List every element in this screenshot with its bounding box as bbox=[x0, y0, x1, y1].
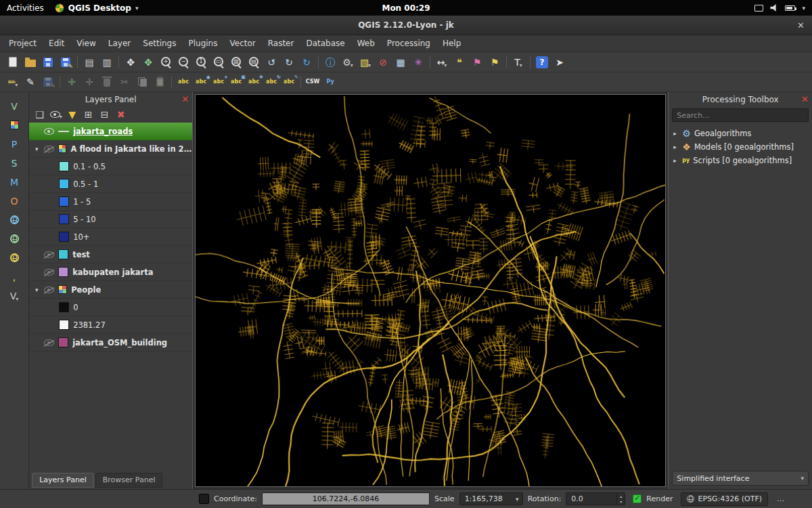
zoom-full-button[interactable]: ▭ bbox=[210, 54, 227, 70]
display-icon[interactable] bbox=[754, 5, 763, 12]
add-wfs-layer-button[interactable] bbox=[5, 249, 24, 266]
activities-button[interactable]: Activities bbox=[7, 3, 44, 13]
identify-features-button[interactable]: ⓘ bbox=[321, 54, 339, 70]
new-print-composer-button[interactable]: ▤ bbox=[81, 54, 98, 70]
interface-mode-select[interactable]: Simplified interface ▾ bbox=[672, 471, 809, 486]
select-by-expression-button[interactable]: ✳ bbox=[409, 54, 427, 70]
toggle-extents-icon[interactable] bbox=[199, 494, 209, 504]
delete-selected-button[interactable] bbox=[98, 74, 116, 90]
map-canvas[interactable] bbox=[195, 94, 666, 487]
add-raster-layer-button[interactable] bbox=[5, 117, 24, 133]
layer-row-0[interactable]: 0 bbox=[29, 299, 192, 316]
app-menu[interactable]: QGIS Desktop ▾ bbox=[55, 3, 139, 13]
panel-tab-browser-panel[interactable]: Browser Panel bbox=[95, 473, 163, 488]
measure-button[interactable]: ↔▾ bbox=[433, 54, 451, 70]
add-delimited-text-layer-button[interactable]: , bbox=[5, 268, 24, 285]
expand-all-button[interactable]: ⊞ bbox=[81, 108, 96, 122]
metasearch-csw-button[interactable]: CSW bbox=[304, 74, 321, 90]
layer-row-5-10[interactable]: 5 - 10 bbox=[29, 211, 192, 228]
layer-row-10[interactable]: 10+ bbox=[29, 228, 192, 246]
rotate-label-button[interactable]: abc bbox=[263, 74, 280, 90]
show-hide-labels-button[interactable]: abc bbox=[192, 74, 210, 90]
composer-manager-button[interactable]: ▥ bbox=[98, 54, 116, 70]
menu-settings[interactable]: Settings bbox=[137, 37, 182, 50]
remove-layer-button[interactable]: ✖ bbox=[113, 108, 129, 122]
zoom-out-button[interactable]: − bbox=[175, 54, 192, 70]
pan-map-button[interactable]: ✥ bbox=[122, 54, 139, 70]
zoom-in-button[interactable]: + bbox=[157, 54, 175, 70]
scale-combo[interactable]: 1:165,738 ▾ bbox=[459, 492, 523, 505]
menu-edit[interactable]: Edit bbox=[43, 37, 70, 50]
window-close-button[interactable] bbox=[797, 20, 805, 30]
new-layer-button[interactable]: V▾ bbox=[5, 287, 24, 304]
menu-web[interactable]: Web bbox=[351, 37, 381, 50]
crs-button[interactable]: EPSG:4326 (OTF) bbox=[681, 492, 769, 506]
coordinate-input[interactable]: 106.7224,-6.0846 bbox=[262, 492, 430, 505]
text-annotation-button[interactable]: T▾ bbox=[510, 54, 527, 70]
messages-button[interactable]: … bbox=[777, 494, 785, 503]
map-refresh-button[interactable]: ↻ bbox=[298, 54, 315, 70]
layer-row-test[interactable]: test bbox=[29, 246, 192, 263]
expand-arrow-icon[interactable]: ▸ bbox=[673, 157, 679, 164]
menu-plugins[interactable]: Plugins bbox=[182, 37, 223, 50]
add-group-button[interactable]: ❑ bbox=[32, 108, 47, 122]
menu-processing[interactable]: Processing bbox=[381, 37, 436, 50]
filter-legend-button[interactable]: ▼ bbox=[64, 108, 80, 122]
processing-toolbox-close-button[interactable] bbox=[801, 94, 809, 104]
spinner-arrows-icon[interactable]: ▴▾ bbox=[616, 494, 625, 505]
menu-database[interactable]: Database bbox=[300, 37, 351, 50]
layer-row-2381-27[interactable]: 2381.27 bbox=[29, 316, 192, 334]
battery-icon[interactable] bbox=[785, 5, 795, 11]
rotation-spinner[interactable]: 0.0 ▴▾ bbox=[566, 492, 625, 505]
chevron-down-icon[interactable]: ▾ bbox=[802, 5, 805, 12]
change-label-button[interactable]: abc bbox=[280, 74, 298, 90]
render-checkbox[interactable] bbox=[633, 494, 641, 503]
layer-row-people[interactable]: ▾People bbox=[29, 281, 192, 299]
layer-row-0-1-0-5[interactable]: 0.1 - 0.5 bbox=[29, 158, 192, 175]
menu-view[interactable]: View bbox=[70, 37, 102, 50]
toolbox-item-scripts-0-geoalgorithms[interactable]: ▸pyScripts [0 geoalgorithms] bbox=[669, 154, 812, 167]
add-wcs-layer-button[interactable] bbox=[5, 230, 24, 247]
cut-features-button[interactable]: ✂ bbox=[116, 74, 133, 90]
expand-arrow-icon[interactable]: ▸ bbox=[673, 130, 679, 137]
node-tool-button[interactable]: ✛ bbox=[81, 74, 98, 90]
open-attribute-table-button[interactable]: ▦ bbox=[392, 54, 409, 70]
zoom-to-selection-button[interactable]: ▧ bbox=[227, 54, 245, 70]
layer-row-jakarta-roads[interactable]: jakarta_roads bbox=[29, 123, 192, 140]
add-oracle-layer-button[interactable]: O bbox=[5, 192, 24, 209]
collapse-all-button[interactable]: ⊟ bbox=[97, 108, 112, 122]
whats-this-button[interactable]: ➤ bbox=[551, 54, 568, 70]
pin-labels-button[interactable]: abc bbox=[210, 74, 227, 90]
toolbox-item-models-0-geoalgorithms[interactable]: ▸❖Models [0 geoalgorithms] bbox=[669, 140, 812, 154]
highlight-labels-button[interactable]: abc bbox=[227, 74, 245, 90]
run-feature-action-button[interactable]: ⚙▾ bbox=[339, 54, 357, 70]
save-layer-edits-button[interactable]: ✎ bbox=[39, 74, 57, 90]
layer-row-a-flood-in-jakarta-like-in-2007[interactable]: ▾A flood in Jakarta like in 2007 bbox=[29, 140, 192, 158]
add-postgis-layer-button[interactable]: P bbox=[5, 135, 24, 152]
help-contents-button[interactable]: ? bbox=[533, 54, 551, 70]
add-feature-button[interactable]: ✚ bbox=[63, 74, 81, 90]
zoom-to-layer-button[interactable]: ▤ bbox=[245, 54, 263, 70]
toolbox-item-geoalgorithms[interactable]: ▸⚙Geoalgorithms bbox=[669, 127, 812, 140]
show-bookmarks-button[interactable]: ⚑ bbox=[486, 54, 503, 70]
layer-row-kabupaten-jakarta[interactable]: kabupaten jakarta bbox=[29, 263, 192, 281]
open-project-button[interactable] bbox=[22, 54, 39, 70]
copy-features-button[interactable] bbox=[133, 74, 151, 90]
paste-features-button[interactable] bbox=[151, 74, 168, 90]
menu-layer[interactable]: Layer bbox=[102, 37, 137, 50]
add-wms-layer-button[interactable] bbox=[5, 211, 24, 228]
menu-raster[interactable]: Raster bbox=[262, 37, 300, 50]
zoom-last-button[interactable]: ↺ bbox=[263, 54, 280, 70]
add-vector-layer-button[interactable]: V bbox=[5, 98, 24, 114]
zoom-next-button[interactable]: ↻ bbox=[280, 54, 298, 70]
expand-arrow-icon[interactable]: ▾ bbox=[33, 287, 40, 293]
toggle-editing-button[interactable]: ✎ bbox=[22, 74, 39, 90]
volume-icon[interactable] bbox=[770, 4, 778, 12]
save-project-as-button[interactable]: ✎ bbox=[57, 54, 74, 70]
deselect-features-button[interactable]: ⊘ bbox=[374, 54, 392, 70]
panel-tab-layers-panel[interactable]: Layers Panel bbox=[32, 473, 94, 488]
python-console-button[interactable]: Py bbox=[321, 74, 339, 90]
layers-panel-close-button[interactable] bbox=[181, 94, 189, 104]
pan-to-selection-button[interactable]: ✥ bbox=[139, 54, 157, 70]
add-mssql-layer-button[interactable]: M bbox=[5, 173, 24, 190]
